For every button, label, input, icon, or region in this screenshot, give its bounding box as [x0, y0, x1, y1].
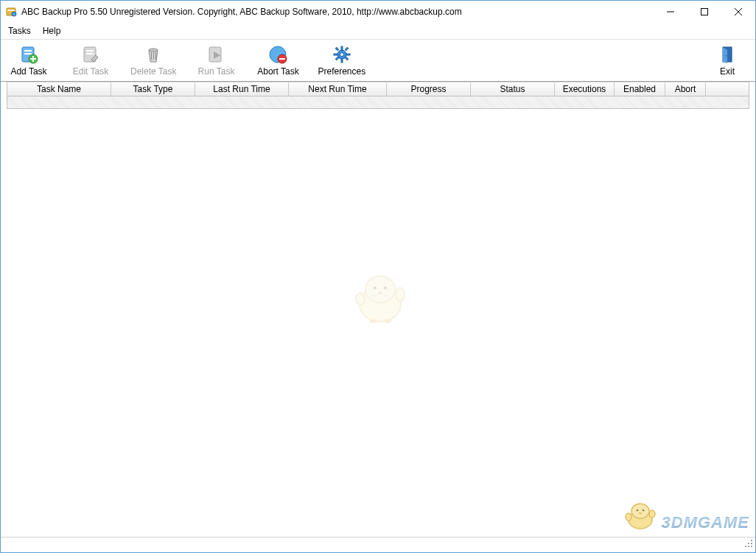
svg-rect-58 [751, 543, 752, 544]
toolbar-label: Delete Task [130, 66, 176, 77]
toolbar-label: Preferences [318, 66, 365, 77]
watermark-text: 3DMGAME [662, 513, 749, 532]
svg-rect-31 [335, 47, 338, 50]
svg-rect-27 [341, 46, 343, 50]
edit-task-icon [80, 44, 101, 65]
svg-point-40 [374, 286, 377, 289]
svg-point-44 [396, 288, 405, 301]
column-task-name[interactable]: Task Name [7, 82, 111, 96]
svg-rect-61 [751, 546, 752, 547]
column-last-run-time[interactable]: Last Run Time [195, 82, 289, 96]
svg-point-48 [384, 295, 390, 298]
toolbar-label: Edit Task [73, 66, 108, 77]
svg-rect-30 [346, 54, 350, 55]
svg-rect-1 [7, 10, 15, 11]
column-next-run-time[interactable]: Next Run Time [289, 82, 387, 96]
mascot-watermark-icon [347, 264, 413, 332]
svg-rect-4 [701, 9, 708, 15]
add-task-icon [18, 44, 39, 65]
trash-icon [143, 44, 164, 65]
column-filler [706, 82, 749, 96]
abort-task-button[interactable]: Abort Task [256, 44, 300, 77]
watermark: 3DMGAME [622, 499, 749, 532]
toolbar-label: Add Task [10, 66, 46, 77]
abort-icon [267, 44, 288, 65]
svg-rect-60 [748, 546, 749, 547]
svg-rect-28 [341, 59, 343, 63]
edit-task-button[interactable]: Edit Task [69, 44, 113, 77]
svg-point-52 [642, 510, 644, 512]
task-list-area[interactable]: 3DMGAME [1, 109, 755, 537]
toolbar-label: Run Task [198, 66, 235, 77]
svg-rect-12 [30, 58, 36, 60]
column-abort[interactable]: Abort [665, 82, 706, 96]
svg-rect-56 [751, 540, 752, 541]
preferences-button[interactable]: Preferences [318, 44, 365, 77]
svg-point-47 [371, 295, 377, 298]
delete-task-button[interactable]: Delete Task [130, 44, 176, 77]
statusbar [1, 537, 755, 552]
window-controls [654, 1, 755, 23]
svg-point-26 [340, 53, 343, 57]
column-executions[interactable]: Executions [555, 82, 615, 96]
toolbar-label: Exit [720, 66, 735, 77]
svg-point-55 [649, 510, 655, 518]
toolbar-label: Abort Task [257, 66, 298, 77]
svg-rect-34 [335, 57, 338, 60]
svg-point-43 [356, 293, 365, 305]
svg-rect-57 [748, 543, 749, 544]
svg-rect-14 [86, 50, 94, 52]
svg-point-51 [636, 510, 638, 512]
svg-rect-9 [24, 53, 32, 54]
svg-rect-59 [745, 546, 746, 547]
table-header: Task Name Task Type Last Run Time Next R… [7, 82, 749, 96]
svg-rect-24 [279, 58, 285, 60]
svg-point-37 [726, 55, 727, 57]
minimize-button[interactable] [654, 1, 687, 23]
maximize-button[interactable] [687, 1, 721, 23]
svg-point-54 [626, 513, 631, 521]
svg-point-2 [12, 12, 16, 16]
svg-rect-17 [151, 52, 152, 60]
menubar: Tasks Help [1, 23, 755, 39]
watermark-mascot-icon [622, 499, 659, 532]
svg-rect-19 [155, 52, 156, 60]
svg-point-53 [639, 513, 642, 515]
svg-rect-8 [24, 50, 32, 52]
svg-rect-18 [153, 52, 154, 60]
svg-rect-33 [345, 47, 348, 50]
svg-point-42 [378, 292, 382, 295]
gear-icon [332, 44, 352, 65]
svg-rect-29 [334, 54, 337, 55]
svg-point-45 [369, 319, 377, 323]
column-enabled[interactable]: Enabled [615, 82, 665, 96]
svg-point-50 [631, 504, 649, 518]
svg-rect-15 [86, 53, 94, 54]
exit-icon [717, 44, 738, 65]
menu-help[interactable]: Help [40, 24, 64, 38]
svg-rect-32 [345, 57, 348, 60]
run-task-button[interactable]: Run Task [194, 44, 238, 77]
app-icon [5, 6, 17, 18]
column-status[interactable]: Status [471, 82, 555, 96]
exit-button[interactable]: Exit [705, 44, 749, 77]
run-task-icon [206, 44, 226, 65]
table-selection-row[interactable] [7, 96, 749, 109]
svg-point-39 [365, 276, 395, 303]
resize-grip-icon[interactable] [743, 538, 754, 551]
menu-tasks[interactable]: Tasks [5, 24, 34, 38]
titlebar: ABC Backup Pro 5.50 Unregistered Version… [1, 1, 755, 23]
column-task-type[interactable]: Task Type [111, 82, 195, 96]
column-progress[interactable]: Progress [387, 82, 471, 96]
toolbar: Add Task Edit Task [1, 39, 755, 82]
add-task-button[interactable]: Add Task [7, 44, 51, 77]
close-button[interactable] [721, 1, 755, 23]
svg-point-41 [384, 286, 387, 289]
window-title: ABC Backup Pro 5.50 Unregistered Version… [21, 7, 462, 17]
svg-point-16 [149, 49, 158, 52]
svg-point-46 [384, 319, 391, 323]
